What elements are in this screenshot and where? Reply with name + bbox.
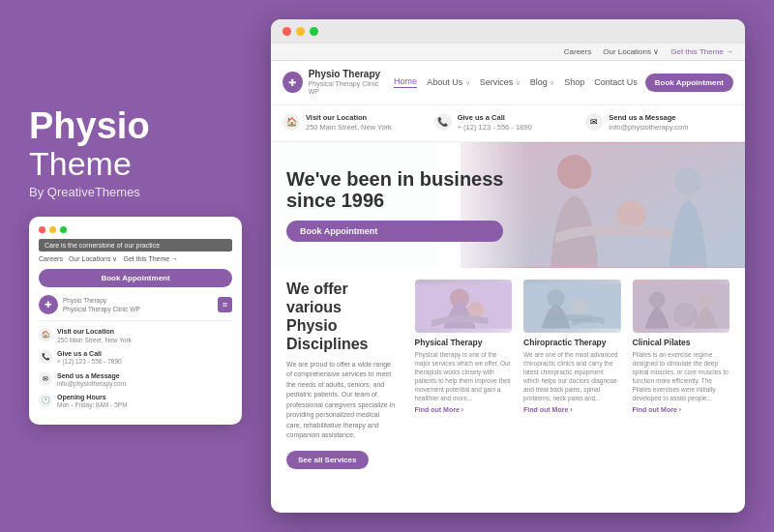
phone-logo-tagline: Physical Therapy Clinic WP xyxy=(63,306,140,312)
nav-link-services[interactable]: Services ∨ xyxy=(480,77,521,87)
phone-hamburger-icon[interactable]: ≡ xyxy=(218,297,232,312)
svg-rect-10 xyxy=(548,314,592,321)
phone-logo-name: Physio Therapy xyxy=(63,297,106,304)
browser-window-controls xyxy=(283,27,318,36)
nav-link-shop[interactable]: Shop xyxy=(564,77,584,87)
phone-nav: Careers Our Locations ∨ Get this Theme → xyxy=(39,255,232,263)
site-info-bar: 🏠 Visit our Location 250 Main Street, Ne… xyxy=(271,105,745,142)
site-services: We offer various Physio Disciplines We a… xyxy=(271,268,745,481)
phone-info-hours: 🕐 Opening Hours Mon - Friday: 8AM - 5PM xyxy=(39,393,232,410)
browser-titlebar xyxy=(271,19,745,44)
location-icon: 🏠 xyxy=(283,113,300,131)
hero-book-btn[interactable]: Book Appointment xyxy=(286,221,503,242)
info-item-location: 🏠 Visit our Location 250 Main Street, Ne… xyxy=(283,113,431,133)
chiro-therapy-illustration xyxy=(523,280,620,333)
clock-icon: 🕐 xyxy=(39,394,52,407)
phone-icon: 📞 xyxy=(39,350,52,364)
phone-nav-locations[interactable]: Our Locations ∨ xyxy=(69,255,118,263)
site-topbar-get-theme[interactable]: Get this Theme → xyxy=(670,47,733,56)
phone-hours-label: Opening Hours xyxy=(57,393,128,401)
service-chiro-desc: We are one of the most advanced chiropra… xyxy=(523,350,620,403)
services-btn[interactable]: See all Services xyxy=(286,451,369,469)
phone-location-label: Visit our Location xyxy=(57,327,132,336)
services-desc: We are proud to offer a wide range of co… xyxy=(286,360,396,441)
physical-therapy-illustration xyxy=(415,280,512,333)
phone-call-label: Give us a Call xyxy=(57,349,122,358)
phone-hours-value: Mon - Friday: 8AM - 5PM xyxy=(57,401,128,409)
nav-link-blog[interactable]: Blog ∨ xyxy=(530,77,555,87)
service-card-physical: Physical Therapy Physical therapy is one… xyxy=(415,280,512,469)
phone-email-value: info@physiotherapy.com xyxy=(57,380,126,388)
svg-point-12 xyxy=(648,292,665,309)
call-icon: 📞 xyxy=(434,113,452,131)
phone-dot-green xyxy=(60,226,67,233)
browser-mockup: Careers Our Locations ∨ Get this Theme →… xyxy=(271,19,745,513)
phone-window-controls xyxy=(39,226,232,233)
brand-theme: Theme xyxy=(29,145,132,182)
site-topbar-locations[interactable]: Our Locations ∨ xyxy=(603,47,659,56)
service-img-physical xyxy=(415,280,512,333)
nav-link-home[interactable]: Home xyxy=(394,76,417,88)
email-icon: ✉ xyxy=(39,372,52,386)
site-book-btn[interactable]: Book Appointment xyxy=(645,74,733,92)
site-logo-tagline: Physical Therapy Clinic WP xyxy=(309,80,386,97)
phone-email-text: Send us a Message info@physiotherapy.com xyxy=(57,371,126,389)
browser-dot-red xyxy=(283,27,291,36)
service-pilates-desc: Pilates is an exercise regime designed t… xyxy=(633,350,729,403)
service-pilates-title: Clinical Pilates xyxy=(633,338,729,347)
service-physical-desc: Physical therapy is one of the major ser… xyxy=(415,350,512,403)
nav-link-contact[interactable]: Contact Us xyxy=(594,77,638,87)
brand-subtitle: By QreativeThemes xyxy=(29,185,252,199)
phone-dot-yellow xyxy=(49,226,56,233)
info-phone-text: Give us a Call + (12) 123 - 556 - 1890 xyxy=(458,113,532,133)
phone-call-value: + (12) 123 - 556 - 7890 xyxy=(57,358,122,366)
site-logo-text: Physio Therapy Physical Therapy Clinic W… xyxy=(309,69,386,97)
service-card-pilates: Clinical Pilates Pilates is an exercise … xyxy=(633,280,729,469)
site-hero: We've been in business since 1996 Book A… xyxy=(271,142,745,268)
hero-headline: We've been in business since 1996 xyxy=(286,168,503,211)
site-logo: ✚ Physio Therapy Physical Therapy Clinic… xyxy=(283,69,386,97)
phone-email-label: Send us a Message xyxy=(57,371,126,380)
phone-logo-row: ✚ Physio Therapy Physical Therapy Clinic… xyxy=(39,295,140,314)
service-pilates-link[interactable]: Find out More › xyxy=(633,406,729,413)
phone-logo-text: Physio Therapy Physical Therapy Clinic W… xyxy=(63,296,140,314)
svg-point-6 xyxy=(467,302,484,318)
phone-dot-red xyxy=(39,226,45,233)
nav-link-about[interactable]: About Us ∨ xyxy=(427,77,470,87)
browser-dot-green xyxy=(310,27,318,36)
phone-info-location: 🏠 Visit our Location 250 Main Street, Ne… xyxy=(39,327,232,344)
service-physical-link[interactable]: Find out More › xyxy=(415,406,512,413)
svg-point-9 xyxy=(572,298,588,314)
site-nav-links: Home About Us ∨ Services ∨ Blog ∨ Shop C… xyxy=(394,76,638,88)
info-email-text: Send us a Message info@physiotherapy.com xyxy=(609,113,688,133)
browser-dot-yellow xyxy=(296,27,305,36)
left-panel: Physio Theme By QreativeThemes Care is t… xyxy=(29,107,252,424)
phone-mockup: Care is the cornerstone of our practice … xyxy=(29,217,242,424)
service-chiro-link[interactable]: Find out More › xyxy=(523,406,620,413)
service-card-chiro: Chiropractic Therapy We are one of the m… xyxy=(523,280,620,469)
site-logo-name: Physio Therapy xyxy=(309,69,380,79)
pilates-illustration xyxy=(633,280,729,333)
message-icon: ✉ xyxy=(585,113,603,131)
phone-topbar: Care is the cornerstone of our practice xyxy=(39,239,232,251)
site-logo-icon: ✚ xyxy=(283,72,303,93)
phone-header: ✚ Physio Therapy Physical Therapy Clinic… xyxy=(39,295,232,321)
phone-location-text: Visit our Location 250 Main Street, New … xyxy=(57,327,132,344)
service-img-chiro xyxy=(523,280,620,333)
info-item-email: ✉ Send us a Message info@physiotherapy.c… xyxy=(585,113,733,133)
phone-info-phone: 📞 Give us a Call + (12) 123 - 556 - 7890 xyxy=(39,349,232,367)
phone-nav-get-theme[interactable]: Get this Theme → xyxy=(123,255,178,263)
phone-nav-careers[interactable]: Careers xyxy=(39,255,63,263)
phone-call-text: Give us a Call + (12) 123 - 556 - 7890 xyxy=(57,349,122,367)
info-location-text: Visit our Location 250 Main Street, New … xyxy=(306,113,392,133)
home-icon: 🏠 xyxy=(39,328,52,341)
services-heading: We offer various Physio Disciplines xyxy=(286,280,396,354)
service-img-pilates xyxy=(633,280,729,333)
service-physical-title: Physical Therapy xyxy=(415,338,512,347)
services-text: We offer various Physio Disciplines We a… xyxy=(286,280,403,469)
phone-book-btn[interactable]: Book Appointment xyxy=(39,269,232,287)
site-navbar: ✚ Physio Therapy Physical Therapy Clinic… xyxy=(271,61,745,105)
site-topbar-careers[interactable]: Careers xyxy=(564,47,591,56)
brand-title: Physio Theme xyxy=(29,107,252,181)
phone-location-value: 250 Main Street, New York xyxy=(57,337,132,344)
